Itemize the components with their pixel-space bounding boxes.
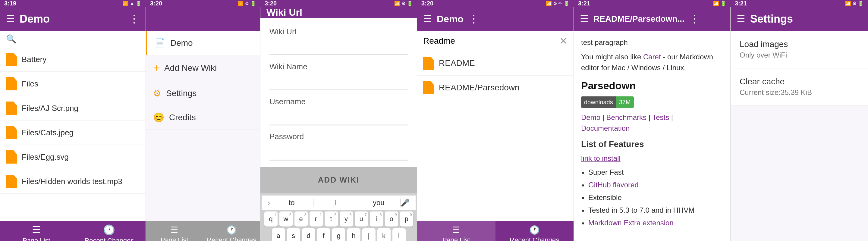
key-w[interactable]: 2w bbox=[279, 211, 293, 227]
panel4-header: ☰ Demo ⋮ bbox=[417, 7, 574, 31]
panel3-header: Wiki Url bbox=[260, 7, 417, 18]
tab-recent-changes-label: Recent Changes bbox=[84, 237, 134, 241]
panel-wiki-menu: 📄 Demo + Add New Wiki ⚙ Settings 😊 Credi… bbox=[146, 7, 260, 241]
tab-recent-p4[interactable]: 🕐 Recent Changes bbox=[495, 221, 574, 241]
caret-link[interactable]: Caret bbox=[643, 53, 661, 61]
menu-item-settings-label: Settings bbox=[166, 89, 196, 98]
github-flavored-link[interactable]: GitHub flavored bbox=[588, 181, 639, 189]
suggestion-i[interactable]: I bbox=[313, 199, 357, 207]
keyboard-row-1: 1q 2w 3e 4r 5t 6y 7u 8i 9o 0p bbox=[261, 211, 415, 227]
file-item-hidden[interactable]: Files/Hidden worlds test.mp3 bbox=[0, 169, 146, 194]
menu-item-credits[interactable]: 😊 Credits bbox=[146, 105, 260, 130]
key-j[interactable]: j bbox=[362, 228, 375, 241]
key-o[interactable]: 9o bbox=[385, 211, 398, 227]
add-wiki-icon: + bbox=[153, 62, 159, 74]
suggestion-to[interactable]: to bbox=[270, 199, 313, 207]
password-input[interactable] bbox=[270, 144, 408, 159]
file-item-files[interactable]: Files bbox=[0, 72, 146, 96]
wiki-name-input[interactable] bbox=[270, 74, 408, 90]
key-h[interactable]: h bbox=[347, 228, 361, 241]
benchmarks-link[interactable]: Benchmarks bbox=[607, 113, 647, 122]
downloads-badge: downloads 37M bbox=[581, 96, 634, 108]
panel-file-list: ☰ Demo ⋮ 🔍 Battery Files Files/AJ Scr.pn… bbox=[0, 7, 146, 241]
key-s[interactable]: s bbox=[287, 228, 300, 241]
load-images-title: Load images bbox=[740, 39, 859, 49]
search-bar[interactable]: 🔍 bbox=[0, 31, 146, 47]
file-item-battery[interactable]: Battery bbox=[0, 47, 146, 72]
parsedown-heading: Parsedown bbox=[581, 78, 723, 93]
key-p[interactable]: 0p bbox=[400, 211, 413, 227]
more-options-icon-p4[interactable]: ⋮ bbox=[468, 13, 479, 25]
tab-page-list-p4[interactable]: ☰ Page List bbox=[417, 221, 495, 241]
badge-label: downloads bbox=[581, 96, 616, 108]
result-readme-label: README bbox=[439, 59, 475, 68]
panel-add-wiki: Wiki Url Wiki Url Wiki Name Username Pas… bbox=[260, 7, 417, 241]
clear-cache-title: Clear cache bbox=[740, 77, 859, 87]
mic-icon[interactable]: 🎤 bbox=[401, 199, 410, 207]
username-label: Username bbox=[270, 97, 408, 106]
result-readme[interactable]: README bbox=[417, 51, 574, 76]
hamburger-icon-p4[interactable]: ☰ bbox=[423, 13, 432, 25]
install-link[interactable]: link to install bbox=[581, 153, 723, 164]
status-icons-2: 📶⚙🔋 bbox=[238, 1, 256, 6]
suggestion-you[interactable]: you bbox=[357, 199, 401, 207]
menu-item-demo-label: Demo bbox=[170, 38, 193, 48]
key-l[interactable]: l bbox=[393, 228, 406, 241]
demo-link[interactable]: Demo bbox=[581, 113, 600, 122]
hamburger-icon[interactable]: ☰ bbox=[6, 13, 15, 25]
key-d[interactable]: d bbox=[302, 228, 315, 241]
menu-item-demo[interactable]: 📄 Demo bbox=[146, 31, 260, 55]
panel-readme-search: ☰ Demo ⋮ ✕ README README/Parsedown ☰ Pag… bbox=[417, 7, 574, 241]
readme-search-input[interactable] bbox=[423, 36, 556, 46]
more-options-icon[interactable]: ⋮ bbox=[129, 13, 140, 25]
key-u[interactable]: 7u bbox=[355, 211, 368, 227]
recent-changes-icon: 🕐 bbox=[103, 224, 115, 236]
markdown-extra-link[interactable]: Markdown Extra extension bbox=[588, 219, 674, 227]
key-k[interactable]: k bbox=[377, 228, 391, 241]
menu-item-add-wiki[interactable]: + Add New Wiki bbox=[146, 55, 260, 81]
key-y[interactable]: 6y bbox=[340, 211, 353, 227]
tab-page-list[interactable]: ☰ Page List bbox=[0, 221, 73, 241]
hamburger-icon-p5[interactable]: ☰ bbox=[580, 13, 589, 25]
recent-icon-p4: 🕐 bbox=[529, 225, 540, 235]
menu-item-settings[interactable]: ⚙ Settings bbox=[146, 81, 260, 105]
documentation-link[interactable]: Documentation bbox=[581, 124, 629, 132]
tab-recent-changes[interactable]: 🕐 Recent Changes bbox=[73, 221, 146, 241]
status-time-2: 3:20 bbox=[150, 0, 162, 7]
tests-link[interactable]: Tests bbox=[652, 113, 669, 122]
features-list: Super Fast GitHub flavored Extensible Te… bbox=[581, 167, 723, 228]
file-item-egg[interactable]: Files/Egg.svg bbox=[0, 145, 146, 169]
file-item-aj[interactable]: Files/AJ Scr.png bbox=[0, 96, 146, 120]
result-readme-parsedown[interactable]: README/Parsedown bbox=[417, 76, 574, 100]
key-g[interactable]: g bbox=[332, 228, 345, 241]
file-item-cats[interactable]: Files/Cats.jpeg bbox=[0, 120, 146, 145]
menu-item-credits-label: Credits bbox=[169, 113, 196, 122]
key-i[interactable]: 8i bbox=[370, 211, 383, 227]
tab-recent-p2[interactable]: 🕐 Recent Changes bbox=[203, 221, 260, 241]
key-t[interactable]: 5t bbox=[324, 211, 338, 227]
file-name: Files/Cats.jpeg bbox=[22, 128, 73, 137]
wiki-name-label: Wiki Name bbox=[270, 62, 408, 71]
clear-search-icon[interactable]: ✕ bbox=[559, 35, 567, 47]
status-icons-5: 📶🔋 bbox=[713, 1, 726, 6]
more-options-icon-p5[interactable]: ⋮ bbox=[689, 13, 700, 25]
key-f[interactable]: f bbox=[317, 228, 330, 241]
settings-item-load-images[interactable]: Load images Only over WiFi bbox=[731, 31, 868, 68]
feature-github: GitHub flavored bbox=[588, 179, 723, 191]
file-icon bbox=[6, 77, 17, 90]
load-images-subtitle: Only over WiFi bbox=[740, 51, 859, 59]
tab-recent-label-p4: Recent Changes bbox=[510, 236, 559, 241]
file-name: Files/Hidden worlds test.mp3 bbox=[22, 177, 122, 186]
hamburger-icon-p6[interactable]: ☰ bbox=[737, 13, 745, 25]
wiki-url-input[interactable] bbox=[270, 39, 408, 55]
key-e[interactable]: 3e bbox=[294, 211, 308, 227]
key-a[interactable]: a bbox=[272, 228, 285, 241]
username-input[interactable] bbox=[270, 109, 408, 125]
add-wiki-button[interactable]: ADD WIKI bbox=[260, 167, 417, 193]
key-q[interactable]: 1q bbox=[264, 211, 278, 227]
tab-page-list-p2[interactable]: ☰ Page List bbox=[146, 221, 203, 241]
key-r[interactable]: 4r bbox=[310, 211, 323, 227]
panel2-bottom-tabs: ☰ Page List 🕐 Recent Changes bbox=[146, 221, 260, 241]
panel-readme-content: ☰ README/Parsedown... ⋮ test paragraph Y… bbox=[574, 7, 731, 241]
settings-item-clear-cache[interactable]: Clear cache Current size:35.39 KiB bbox=[731, 68, 868, 105]
